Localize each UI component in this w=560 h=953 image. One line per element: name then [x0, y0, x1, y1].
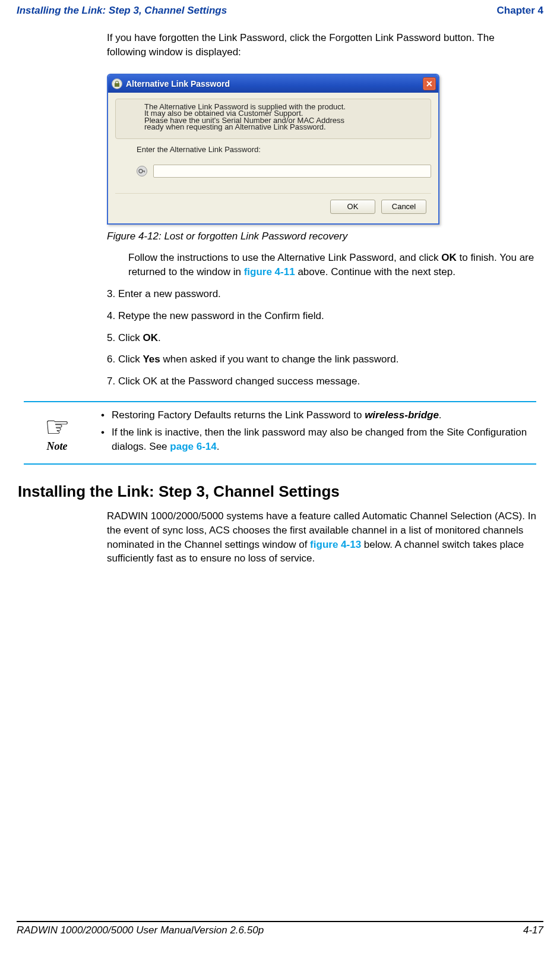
dialog-entry-row — [115, 165, 431, 178]
close-icon[interactable]: ✕ — [423, 77, 436, 90]
cancel-button[interactable]: Cancel — [381, 200, 426, 214]
page-header: Installing the Link: Step 3, Channel Set… — [0, 0, 560, 17]
figure-4-11-link[interactable]: figure 4-11 — [244, 266, 295, 277]
bold-ok: OK — [441, 252, 457, 263]
dialog-title: Alternative Link Password — [126, 79, 423, 89]
footer-left: RADWIN 1000/2000/5000 User ManualVersion… — [17, 924, 264, 936]
note-icon-column: ☞ Note — [24, 408, 90, 457]
dialog-titlebar: Alternative Link Password ✕ — [108, 75, 438, 93]
ok-button[interactable]: OK — [330, 200, 375, 214]
step-5: 5. Click OK. — [107, 331, 536, 346]
step-4: 4. Retype the new password in the Confir… — [107, 309, 536, 324]
page-6-14-link[interactable]: page 6-14 — [170, 441, 216, 452]
lock-icon — [112, 78, 122, 89]
steps-list: 3. Enter a new password. 4. Retype the n… — [107, 287, 536, 389]
text-span: 5. Click — [107, 332, 143, 343]
dialog-button-row: OK Cancel — [115, 193, 431, 217]
bold-yes: Yes — [143, 354, 160, 365]
pointing-hand-icon: ☞ — [45, 413, 70, 441]
figure-caption: Figure 4-12: Lost or forgotten Link Pass… — [107, 231, 536, 242]
note-bullets: Restoring Factory Defaults returns the L… — [90, 408, 536, 457]
section-heading: Installing the Link: Step 3, Channel Set… — [18, 482, 536, 501]
intro-paragraph: If you have forgotten the Link Password,… — [107, 31, 536, 59]
text-span: when asked if you want to change the lin… — [160, 354, 399, 365]
dialog-entry-label: Enter the Alternative Link Password: — [137, 145, 431, 154]
dialog-info-line: ready when requesting an Alternative Lin… — [144, 122, 402, 132]
text-span: . — [158, 332, 161, 343]
page-footer: RADWIN 1000/2000/5000 User ManualVersion… — [0, 921, 560, 936]
step-6: 6. Click Yes when asked if you want to c… — [107, 352, 536, 367]
note-bullet-1: Restoring Factory Defaults returns the L… — [101, 408, 536, 422]
footer-rule — [17, 921, 543, 922]
note-block: ☞ Note Restoring Factory Defaults return… — [24, 401, 536, 465]
text-span: Follow the instructions to use the Alter… — [128, 252, 441, 263]
text-span: . — [439, 409, 442, 421]
alternative-link-password-input[interactable] — [153, 165, 431, 178]
step-7: 7. Click OK at the Password changed succ… — [107, 374, 536, 389]
dialog-info-group: The Alternative Link Password is supplie… — [115, 99, 431, 139]
key-icon — [137, 166, 147, 176]
dialog-window: Alternative Link Password ✕ The Alternat… — [107, 74, 439, 225]
text-span: above. Continue with the next step. — [295, 266, 455, 277]
svg-rect-2 — [144, 171, 145, 172]
header-section-title: Installing the Link: Step 3, Channel Set… — [17, 5, 227, 17]
figure-4-13-link[interactable]: figure 4-13 — [310, 539, 361, 550]
note-bullet-2: If the link is inactive, then the link p… — [101, 425, 536, 454]
post-figure-paragraph: Follow the instructions to use the Alter… — [128, 251, 536, 279]
text-span: 6. Click — [107, 354, 143, 365]
text-span: . — [217, 441, 220, 452]
term-wireless-bridge: wireless-bridge — [365, 409, 439, 421]
text-span: Restoring Factory Defaults returns the L… — [112, 409, 365, 421]
figure-dialog-screenshot: Alternative Link Password ✕ The Alternat… — [107, 74, 536, 225]
section-paragraph: RADWIN 1000/2000/5000 systems have a fea… — [107, 509, 536, 566]
dialog-body: The Alternative Link Password is supplie… — [108, 93, 438, 223]
footer-page-number: 4-17 — [523, 924, 543, 936]
step-3: 3. Enter a new password. — [107, 287, 536, 302]
bold-ok: OK — [143, 332, 158, 343]
header-chapter: Chapter 4 — [497, 5, 543, 17]
